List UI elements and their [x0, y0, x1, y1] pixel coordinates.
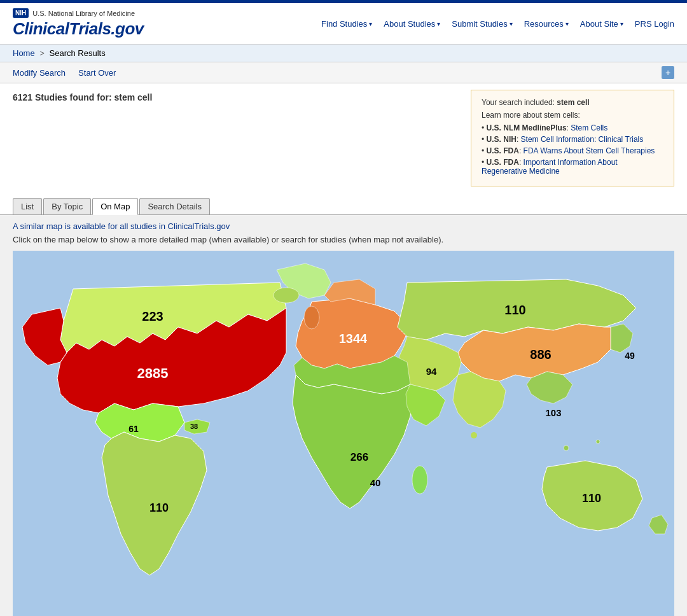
central-africa-label: 40 [370, 477, 381, 488]
find-studies-arrow: ▾ [369, 20, 372, 27]
usa-label: 2885 [137, 365, 169, 381]
mexico-region[interactable] [95, 403, 184, 442]
breadcrumb-separator: > [39, 48, 45, 58]
info-link-item: U.S. NLM MedlinePlus: Stem Cells [482, 123, 663, 132]
info-links-list: U.S. NLM MedlinePlus: Stem CellsU.S. NIH… [482, 123, 663, 176]
europe-label: 1344 [339, 332, 368, 346]
iceland-region[interactable] [274, 288, 299, 303]
info-link[interactable]: Stem Cells [571, 123, 607, 132]
info-box: Your search included: stem cell Learn mo… [471, 90, 674, 186]
world-map-svg: 223 2885 61 38 110 1344 [13, 251, 674, 616]
search-actions-bar: Modify Search Start Over + [0, 62, 687, 83]
nav-about-site[interactable]: About Site ▾ [580, 19, 623, 29]
caribbean-label: 38 [190, 423, 198, 430]
africa-label: 266 [350, 451, 368, 463]
header: NIH U.S. National Library of Medicine Cl… [0, 3, 687, 45]
expand-icon[interactable]: + [662, 66, 674, 79]
search-links: Modify Search Start Over [13, 68, 116, 78]
nih-badge: NIH [13, 8, 29, 18]
main-nav: Find Studies ▾ About Studies ▾ Submit St… [321, 19, 674, 29]
info-link[interactable]: FDA Warns About Stem Cell Therapies [524, 146, 655, 155]
results-count: 6121 Studies found for: stem cell [13, 90, 458, 102]
info-box-subtitle: Learn more about stem cells: [482, 111, 663, 120]
breadcrumb: Home > Search Results [0, 45, 687, 62]
nav-about-studies[interactable]: About Studies ▾ [384, 19, 440, 29]
results-area: 6121 Studies found for: stem cell Your s… [0, 83, 687, 193]
map-instruction: Click on the map below to show a more de… [13, 235, 674, 244]
mexico-label: 61 [128, 424, 139, 434]
pacific-island-2 [596, 440, 600, 444]
submit-studies-arrow: ▾ [510, 20, 513, 27]
logo-area: NIH U.S. National Library of Medicine Cl… [13, 8, 144, 39]
info-link-item: U.S. FDA: FDA Warns About Stem Cell Ther… [482, 146, 663, 155]
breadcrumb-current: Search Results [50, 48, 106, 58]
tab-bar: ListBy TopicOn MapSearch Details [0, 193, 687, 215]
nav-submit-studies[interactable]: Submit Studies ▾ [452, 19, 512, 29]
madagascar-region[interactable] [412, 466, 427, 494]
tab-list[interactable]: List [13, 198, 42, 214]
middle-east-label: 94 [426, 366, 437, 377]
map-info-link[interactable]: A similar map is available for all studi… [13, 221, 674, 231]
south-america-label: 110 [149, 501, 169, 514]
info-link[interactable]: Stem Cell Information: Clinical Trials [521, 135, 644, 144]
pacific-island-1 [564, 445, 569, 451]
southeast-asia-label: 103 [545, 407, 561, 418]
breadcrumb-home[interactable]: Home [13, 48, 35, 58]
sri-lanka [471, 432, 477, 438]
australia-label: 110 [582, 492, 601, 505]
info-box-title: Your search included: stem cell [482, 98, 663, 107]
russia-label: 110 [504, 303, 525, 317]
start-over-link[interactable]: Start Over [78, 68, 116, 78]
info-link-item: U.S. NIH: Stem Cell Information: Clinica… [482, 135, 663, 144]
site-logo[interactable]: ClinicalTrials.gov [13, 19, 144, 39]
nav-find-studies[interactable]: Find Studies ▾ [321, 19, 372, 29]
canada-label: 223 [142, 309, 163, 323]
nav-prs-login[interactable]: PRS Login [635, 19, 674, 29]
info-link-item: U.S. FDA: Important Information About Re… [482, 158, 663, 176]
logo-column: NIH U.S. National Library of Medicine Cl… [13, 8, 144, 39]
modify-search-link[interactable]: Modify Search [13, 68, 66, 78]
map-container: 223 2885 61 38 110 1344 [13, 251, 674, 616]
japan-label: 49 [625, 351, 635, 361]
tab-search-details[interactable]: Search Details [139, 198, 210, 214]
tab-by-topic[interactable]: By Topic [43, 198, 91, 214]
tab-on-map[interactable]: On Map [92, 198, 138, 215]
uk-region[interactable] [304, 306, 319, 329]
map-content: A similar map is available for all studi… [0, 215, 687, 616]
about-site-arrow: ▾ [620, 20, 623, 27]
about-studies-arrow: ▾ [437, 20, 440, 27]
china-label: 886 [530, 347, 551, 361]
resources-arrow: ▾ [566, 20, 569, 27]
nav-resources[interactable]: Resources ▾ [524, 19, 569, 29]
nih-text: U.S. National Library of Medicine [32, 10, 135, 17]
